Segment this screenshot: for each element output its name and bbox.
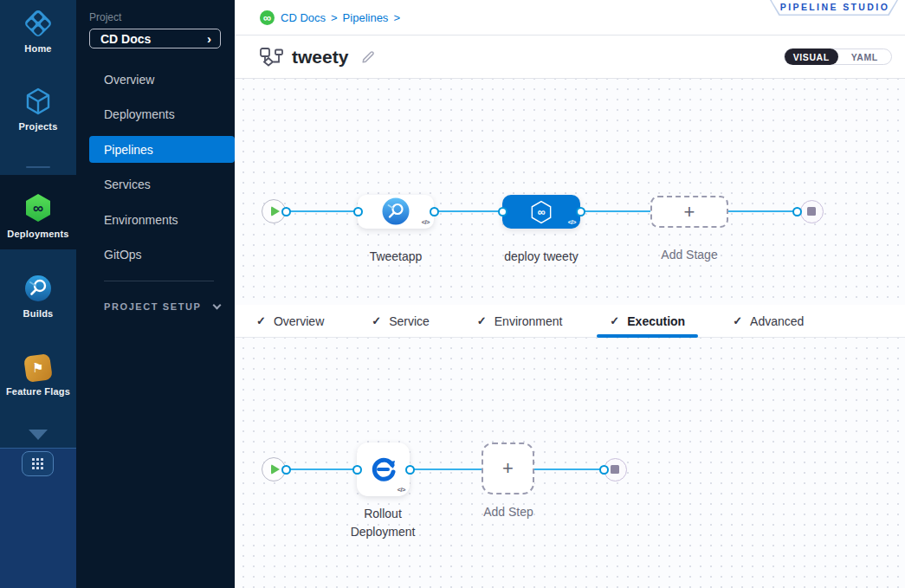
- check-icon: ✓: [610, 314, 619, 327]
- sidebar-item-deployments[interactable]: Deployments: [76, 101, 235, 128]
- project-selector[interactable]: CD Docs ›: [89, 29, 221, 48]
- pipeline-studio-badge: PIPELINE STUDIO: [770, 0, 898, 16]
- plus-icon: +: [502, 459, 514, 478]
- module-grid-button[interactable]: [22, 451, 54, 476]
- plus-icon: +: [684, 203, 695, 222]
- cd-stage-icon: ∞: [527, 198, 555, 226]
- stage-canvas[interactable]: </> ∞ </> + Tweetapp deploy tweety Ad: [235, 79, 905, 305]
- tab-overview[interactable]: ✓ Overview: [256, 305, 324, 338]
- rail-more-modules[interactable]: [0, 430, 76, 440]
- connector-port[interactable]: [599, 465, 609, 475]
- sidebar-item-gitops[interactable]: GitOps: [76, 242, 235, 268]
- project-selector-value: CD Docs: [100, 32, 151, 46]
- badge-label: PIPELINE STUDIO: [780, 2, 889, 12]
- step-node-rollout-deployment[interactable]: </>: [357, 443, 410, 496]
- code-view-glyph: </>: [568, 218, 576, 226]
- project-sidebar: Project CD Docs › Overview Deployments P…: [76, 0, 235, 588]
- pipeline-icon: [260, 48, 283, 67]
- chevron-down-icon: [212, 300, 221, 309]
- tab-execution[interactable]: ✓ Execution: [610, 305, 685, 338]
- toggle-visual[interactable]: VISUAL: [785, 48, 838, 65]
- play-icon: [271, 206, 280, 216]
- check-icon: ✓: [256, 314, 266, 327]
- sidebar-item-environments[interactable]: Environments: [76, 206, 235, 233]
- rail-item-deployments[interactable]: ∞ Deployments: [0, 192, 76, 239]
- project-label: Project: [89, 11, 121, 23]
- connector-line: [434, 210, 502, 212]
- toggle-yaml[interactable]: YAML: [838, 48, 892, 65]
- connector-port[interactable]: [498, 207, 507, 216]
- check-icon: ✓: [372, 314, 381, 327]
- connector-port[interactable]: [405, 465, 415, 475]
- chevron-down-icon: [29, 430, 48, 440]
- connector-port[interactable]: [352, 465, 362, 475]
- connector-line: [410, 468, 482, 470]
- connector-port[interactable]: [792, 207, 802, 216]
- ci-stage-icon: [381, 197, 410, 226]
- rail-item-home[interactable]: Home: [0, 9, 76, 54]
- rail-item-label: Builds: [23, 308, 54, 319]
- add-stage-button[interactable]: +: [650, 196, 728, 228]
- stage-node-tweetapp[interactable]: </>: [358, 195, 434, 229]
- stage-node-deploy-tweety[interactable]: ∞ </>: [502, 195, 580, 229]
- pipeline-title: tweety: [292, 47, 348, 68]
- svg-text:∞: ∞: [33, 200, 43, 216]
- step-label: Rollout Deployment: [339, 505, 426, 541]
- connector-port[interactable]: [430, 207, 439, 216]
- projects-cube-icon: [23, 87, 53, 116]
- stage-label: Tweetapp: [344, 248, 448, 266]
- edit-pencil-icon[interactable]: [360, 49, 376, 65]
- rail-item-feature-flags[interactable]: ⚑ Feature Flags: [0, 355, 76, 397]
- play-icon: [271, 464, 280, 475]
- chevron-right-icon: ›: [207, 31, 211, 46]
- breadcrumb-separator: >: [393, 11, 400, 24]
- visual-yaml-toggle: VISUAL YAML: [784, 48, 892, 65]
- tab-service[interactable]: ✓ Service: [372, 305, 430, 338]
- feature-flags-icon: ⚑: [23, 353, 53, 383]
- builds-icon: [23, 274, 53, 303]
- module-rail: Home Projects ∞ Deployments: [0, 0, 76, 588]
- rollout-step-icon: [370, 456, 398, 483]
- stage-label: deploy tweety: [489, 248, 593, 266]
- sidebar-item-pipelines[interactable]: Pipelines: [89, 136, 235, 163]
- tab-advanced[interactable]: ✓ Advanced: [733, 305, 804, 338]
- connector-line: [286, 210, 358, 212]
- deployments-icon: ∞: [23, 192, 54, 223]
- connector-line: [534, 468, 604, 470]
- pipeline-studio-app: Home Projects ∞ Deployments: [0, 0, 905, 588]
- rail-divider: [26, 166, 50, 168]
- check-icon: ✓: [733, 314, 742, 327]
- pipeline-end-node: [800, 200, 824, 223]
- connector-port[interactable]: [281, 465, 291, 475]
- add-stage-label: Add Stage: [637, 246, 741, 264]
- add-step-label: Add Step: [456, 503, 560, 521]
- code-view-glyph: </>: [422, 218, 430, 226]
- connector-line: [580, 210, 650, 212]
- execution-canvas[interactable]: </> + Rollout Deployment Add Step: [235, 338, 905, 588]
- sidebar-item-overview[interactable]: Overview: [76, 66, 235, 93]
- breadcrumb-cd-docs[interactable]: CD Docs: [281, 11, 326, 24]
- rail-bottom-divider: [0, 448, 76, 449]
- connector-line: [286, 468, 357, 470]
- connector-line: [728, 210, 797, 212]
- rail-item-label: Deployments: [7, 229, 68, 239]
- rail-item-builds[interactable]: Builds: [0, 274, 76, 319]
- home-icon: [23, 9, 53, 38]
- tab-environment[interactable]: ✓ Environment: [477, 305, 563, 338]
- project-setup-toggle[interactable]: PROJECT SETUP: [104, 301, 220, 312]
- svg-text:∞: ∞: [538, 206, 546, 218]
- breadcrumb-pipelines[interactable]: Pipelines: [343, 11, 389, 24]
- stage-config-tabs: ✓ Overview ✓ Service ✓ Environment ✓ Exe…: [235, 305, 905, 338]
- sidebar-menu: Overview Deployments Pipelines Services …: [76, 66, 235, 276]
- connector-port[interactable]: [281, 207, 291, 216]
- connector-port[interactable]: [353, 207, 363, 216]
- harness-project-icon: ∞: [260, 10, 275, 25]
- connector-port[interactable]: [576, 207, 585, 216]
- rail-item-projects[interactable]: Projects: [0, 87, 76, 132]
- rail-item-label: Projects: [18, 121, 57, 132]
- sidebar-item-services[interactable]: Services: [76, 171, 235, 198]
- rail-item-label: Feature Flags: [6, 386, 70, 397]
- stop-icon: [807, 207, 816, 216]
- code-view-glyph: </>: [398, 486, 405, 494]
- add-step-button[interactable]: +: [482, 443, 534, 494]
